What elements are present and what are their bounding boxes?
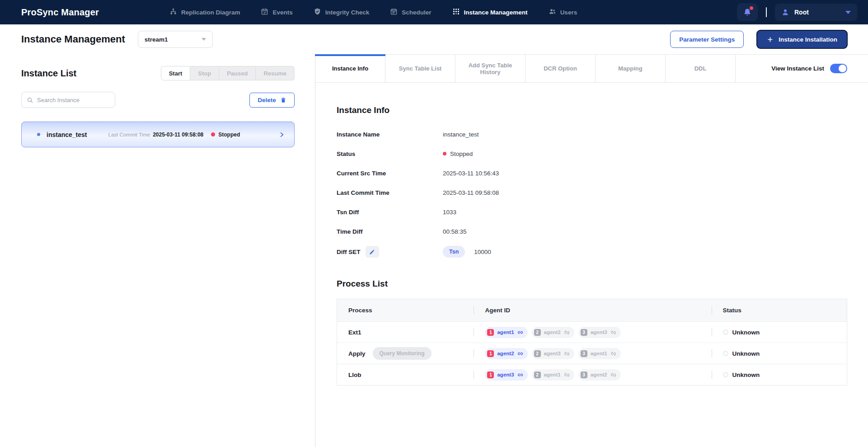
- main-area: Instance List Start Stop Paused Resume D…: [0, 54, 868, 447]
- view-instance-list-label: View Instance List: [771, 65, 824, 72]
- tab-strip: Instance Info Sync Table List Add Sync T…: [315, 54, 868, 83]
- agent-order: 2: [534, 350, 541, 357]
- agent-order: 3: [581, 372, 587, 378]
- agent-name: agent3: [591, 329, 607, 335]
- process-table: Process Agent ID Status Ext1 1 agent1: [337, 299, 847, 386]
- agent-order: 1: [487, 329, 494, 336]
- nav-item-scheduler[interactable]: Scheduler: [390, 8, 431, 17]
- edit-diff-set-button[interactable]: [366, 246, 379, 258]
- link-icon: [517, 372, 523, 378]
- link-off-icon: [564, 329, 570, 335]
- agent-badge[interactable]: 1 agent3: [485, 369, 527, 381]
- field-label: Last Commit Time: [337, 189, 443, 196]
- nav-item-replication-diagram[interactable]: Replication Diagram: [169, 8, 240, 17]
- tab-dcr-option[interactable]: DCR Option: [525, 55, 596, 82]
- instance-detail-panel: Instance Info Sync Table List Add Sync T…: [315, 54, 868, 447]
- nav-item-instance-management[interactable]: Instance Management: [452, 8, 528, 17]
- delete-button[interactable]: Delete: [249, 93, 295, 108]
- instance-installation-button[interactable]: Instance Installation: [756, 30, 848, 49]
- instance-list-title: Instance List: [21, 68, 76, 79]
- link-off-icon: [610, 372, 616, 378]
- field-value: 2025-03-11 10:56:43: [443, 170, 499, 177]
- process-status: Unknown: [732, 329, 760, 336]
- app-logo: ProSync Manager: [21, 7, 99, 18]
- chevron-down-icon: [845, 11, 851, 14]
- page-header: Instance Management stream1 Parameter Se…: [0, 24, 868, 54]
- field-value: instance_test: [443, 131, 479, 138]
- process-name: Ext1: [348, 329, 361, 336]
- agent-badge[interactable]: 2 agent2: [532, 327, 574, 338]
- status-dot-icon: [211, 132, 215, 136]
- nav-item-users[interactable]: Users: [549, 8, 577, 17]
- instance-list-item[interactable]: instance_test Last Commit Time 2025-03-1…: [21, 122, 295, 147]
- agent-badge[interactable]: 3 agent3: [578, 327, 621, 338]
- instance-info-fields: Instance Name instance_test Status Stopp…: [337, 129, 847, 258]
- agent-badge[interactable]: 3 agent1: [578, 348, 621, 359]
- notifications-button[interactable]: [737, 3, 758, 21]
- user-icon: [781, 8, 789, 16]
- user-menu[interactable]: Root: [775, 4, 857, 21]
- tab-instance-info[interactable]: Instance Info: [315, 55, 385, 82]
- chevron-down-icon: [202, 38, 206, 41]
- table-row: Ext1 1 agent1 2 agent2: [337, 321, 847, 343]
- agent-name: agent2: [497, 351, 514, 356]
- agent-name: agent3: [544, 351, 561, 356]
- view-instance-list-toggle[interactable]: [830, 64, 847, 73]
- hierarchy-icon: [169, 8, 177, 17]
- last-commit-label: Last Commit Time: [108, 132, 150, 137]
- parameter-settings-button[interactable]: Parameter Settings: [670, 31, 744, 48]
- chevron-right-icon[interactable]: [278, 131, 285, 138]
- field-label: Status: [337, 151, 443, 157]
- field-label: Current Src Time: [337, 170, 443, 177]
- search-input[interactable]: [37, 97, 110, 104]
- agent-name: agent2: [544, 329, 561, 335]
- nav-label: Integrity Check: [325, 9, 370, 16]
- agent-name: agent2: [591, 372, 607, 377]
- view-instance-list-area: View Instance List: [771, 55, 868, 82]
- field-value: 1033: [443, 209, 456, 216]
- tab-ddl[interactable]: DDL: [666, 55, 736, 82]
- nav-item-events[interactable]: Events: [261, 8, 292, 17]
- agent-order: 1: [487, 372, 494, 378]
- main-nav: Replication Diagram Events Integrity Che…: [169, 8, 577, 17]
- agent-badge[interactable]: 1 agent1: [485, 327, 527, 338]
- agent-badge[interactable]: 3 agent2: [578, 369, 621, 381]
- field-tsn-diff: Tsn Diff 1033: [337, 207, 847, 217]
- tab-mapping[interactable]: Mapping: [596, 55, 666, 82]
- plus-icon: [767, 36, 774, 43]
- table-row: Llob 1 agent3 2 agent1: [337, 364, 847, 385]
- navbar-divider: [766, 7, 767, 17]
- process-status: Unknown: [732, 350, 760, 357]
- agent-badge[interactable]: 1 agent2: [485, 348, 527, 359]
- nav-label: Replication Diagram: [181, 9, 240, 16]
- nav-item-integrity-check[interactable]: Integrity Check: [314, 8, 370, 17]
- link-icon: [517, 329, 523, 335]
- stop-button[interactable]: Stop: [190, 66, 219, 80]
- stream-select[interactable]: stream1: [138, 31, 213, 48]
- tsn-badge: Tsn: [443, 246, 465, 258]
- start-button[interactable]: Start: [161, 66, 191, 80]
- tab-add-sync-table-history[interactable]: Add Sync Table History: [455, 55, 525, 82]
- field-diff-set: Diff SET Tsn 10000: [337, 246, 847, 258]
- resume-button[interactable]: Resume: [256, 66, 295, 80]
- user-name: Root: [794, 9, 809, 16]
- pencil-icon: [369, 249, 375, 255]
- agent-order: 1: [487, 350, 494, 357]
- field-value: 00:58:35: [443, 228, 467, 235]
- paused-button[interactable]: Paused: [219, 66, 256, 80]
- status-circle-icon: [723, 372, 728, 377]
- shield-check-icon: [314, 8, 321, 17]
- field-instance-name: Instance Name instance_test: [337, 129, 847, 139]
- agent-order: 3: [581, 329, 587, 336]
- process-list-section: Process List Process Agent ID Status Ext…: [337, 279, 847, 386]
- field-time-diff: Time Diff 00:58:35: [337, 226, 847, 236]
- instance-info-title: Instance Info: [337, 105, 847, 115]
- query-monitoring-button[interactable]: Query Monitoring: [373, 347, 432, 360]
- agent-badge[interactable]: 2 agent3: [532, 348, 574, 359]
- nav-label: Scheduler: [402, 9, 431, 16]
- instance-actions: Start Stop Paused Resume: [161, 66, 295, 80]
- navbar-right: Root: [737, 3, 857, 21]
- field-current-src-time: Current Src Time 2025-03-11 10:56:43: [337, 168, 847, 178]
- tab-sync-table-list[interactable]: Sync Table List: [385, 55, 455, 82]
- agent-badge[interactable]: 2 agent1: [532, 369, 574, 381]
